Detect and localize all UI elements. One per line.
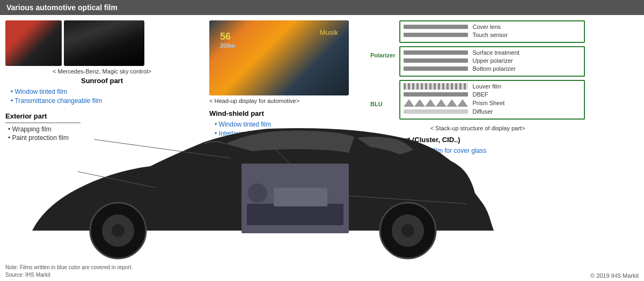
stack-row-dbef: DBEF bbox=[404, 91, 581, 98]
stack-row-bottom-pol: Bottom polarizer bbox=[404, 65, 581, 72]
exterior-bullet-1: Wrapping film bbox=[8, 125, 199, 133]
display-bullet-4: BLU bbox=[376, 174, 585, 182]
left-section: < Mercedes-Benz, Magic sky control> Sunr… bbox=[0, 15, 204, 278]
louver-pattern bbox=[404, 83, 468, 90]
diffuser-label: Diffuser bbox=[472, 108, 493, 115]
footer-copyright: © 2019 IHS Markit bbox=[590, 272, 639, 279]
windshield-title: Wind-shield part bbox=[209, 109, 360, 117]
exterior-title: Exterior part bbox=[5, 112, 199, 120]
stack-row-diffuser: Diffuser bbox=[404, 108, 581, 115]
upper-pol-line bbox=[404, 58, 468, 63]
stack-row-surface: Surface treatment bbox=[404, 49, 581, 56]
stack-group-top: Cover lens Touch sensor bbox=[399, 20, 585, 43]
main-content: < Mercedes-Benz, Magic sky control> Sunr… bbox=[0, 15, 644, 278]
stack-row-upper-pol: Upper polarizer bbox=[404, 57, 581, 64]
caption-hud: < Head-up display for automotive> bbox=[209, 98, 360, 104]
car-photo-red bbox=[5, 20, 62, 66]
exterior-section: Exterior part Wrapping film Paint protec… bbox=[5, 112, 199, 142]
footer: Note: Films written in blue color are co… bbox=[0, 263, 644, 281]
sunroof-bullet-list: Window tinted film Transmittance changea… bbox=[5, 88, 199, 105]
surface-line bbox=[404, 50, 468, 55]
sunroof-bullet-1: Window tinted film bbox=[11, 88, 199, 95]
sunroof-bullet-2: Transmittance changeable film bbox=[11, 97, 199, 105]
windshield-bullet-list: Window tinted film Interlayer film bbox=[209, 121, 360, 137]
hud-overlay: 56 200m bbox=[220, 31, 235, 49]
sunroof-title: Sunroof part bbox=[5, 77, 199, 85]
right-section: Polarizer BLU Cover lens Touch sensor bbox=[365, 15, 590, 278]
bottom-pol-line bbox=[404, 66, 468, 71]
touch-sensor-line bbox=[404, 33, 468, 37]
stack-group-bot: Louver film DBEF Prism Sheet bbox=[399, 80, 585, 120]
svg-marker-0 bbox=[404, 99, 468, 107]
bottom-pol-label: Bottom polarizer bbox=[472, 65, 515, 72]
car-photo-dark bbox=[64, 20, 144, 66]
display-bullet-list: Surface treatment film for cover glass T… bbox=[370, 147, 585, 191]
display-bullet-5: Louver film bbox=[376, 183, 585, 191]
display-bullet-3: Polarizer bbox=[376, 165, 585, 173]
windshield-bullet-2: Interlayer film bbox=[215, 130, 360, 137]
touch-sensor-label: Touch sensor bbox=[472, 32, 507, 38]
louver-label: Louver film bbox=[472, 83, 501, 90]
sunroof-images bbox=[5, 20, 199, 66]
exterior-divider bbox=[5, 122, 80, 123]
stack-row-prism: Prism Sheet bbox=[404, 99, 581, 107]
caption-sunroof: < Mercedes-Benz, Magic sky control> bbox=[5, 68, 199, 75]
cover-lens-label: Cover lens bbox=[472, 24, 501, 30]
stack-row-cover-lens: Cover lens bbox=[404, 24, 581, 30]
prism-label: Prism Sheet bbox=[472, 100, 504, 106]
footer-note-line1: Note: Films written in blue color are co… bbox=[5, 264, 133, 271]
stack-box-area: Cover lens Touch sensor Surface treatmen… bbox=[399, 20, 585, 123]
stack-group-mid: Surface treatment Upper polarizer Bottom… bbox=[399, 46, 585, 77]
diffuser-line bbox=[404, 109, 468, 114]
surface-label: Surface treatment bbox=[472, 49, 519, 56]
stack-diagram: Polarizer BLU Cover lens Touch sensor bbox=[370, 20, 585, 123]
footer-note: Note: Films written in blue color are co… bbox=[5, 264, 133, 279]
middle-section: 56 200m Musik < Head-up display for auto… bbox=[204, 15, 365, 278]
hud-musik: Musik bbox=[320, 28, 338, 36]
windshield-bullet-1: Window tinted film bbox=[215, 121, 360, 128]
exterior-bullet-2: Paint protection film bbox=[8, 134, 199, 142]
footer-note-line2: Source: IHS Markit bbox=[5, 271, 133, 279]
dbef-label: DBEF bbox=[472, 91, 488, 98]
upper-pol-label: Upper polarizer bbox=[472, 57, 513, 64]
display-bullet-1: Surface treatment film for cover glass bbox=[376, 147, 585, 154]
display-bullet-2: Touch sensor bbox=[376, 156, 585, 164]
cover-lens-line bbox=[404, 25, 468, 29]
stack-side-labels: Polarizer BLU bbox=[370, 20, 395, 123]
page-header: Various automotive optical film bbox=[0, 0, 644, 15]
display-part-section: Display part (Cluster, CID..) Surface tr… bbox=[370, 136, 585, 191]
hud-photo: 56 200m Musik bbox=[209, 20, 349, 95]
page-title: Various automotive optical film bbox=[6, 3, 118, 12]
blu-label: BLU bbox=[370, 101, 395, 107]
dbef-line bbox=[404, 92, 468, 97]
display-title: Display part (Cluster, CID..) bbox=[370, 136, 585, 144]
stack-row-louver: Louver film bbox=[404, 83, 581, 90]
stack-row-touch-sensor: Touch sensor bbox=[404, 32, 581, 38]
stack-caption: < Stack-up structure of display part> bbox=[370, 125, 585, 131]
prism-pattern bbox=[404, 99, 468, 107]
polarizer-label: Polarizer bbox=[370, 52, 395, 58]
exterior-bullet-list: Wrapping film Paint protection film bbox=[5, 125, 199, 142]
